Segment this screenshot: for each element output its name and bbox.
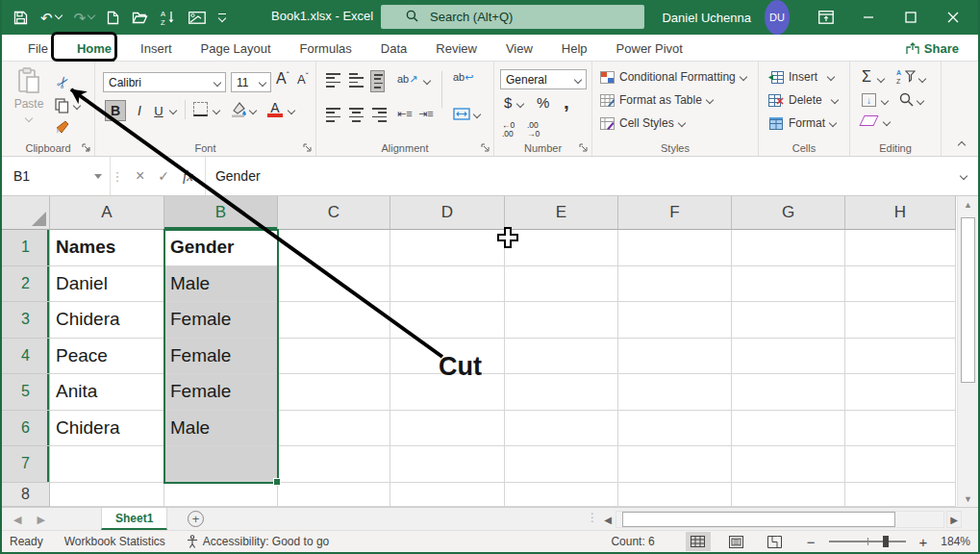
format-as-table-button[interactable]: Format as Table: [600, 93, 713, 107]
undo-dropdown-icon[interactable]: [54, 12, 62, 19]
align-right-icon[interactable]: [372, 108, 387, 122]
cell-e1[interactable]: [505, 230, 618, 266]
zoom-slider[interactable]: [829, 541, 906, 542]
sheet-tab-sheet1[interactable]: Sheet1: [101, 508, 167, 530]
percent-style-icon[interactable]: %: [537, 94, 549, 111]
cell-b8[interactable]: [164, 483, 278, 508]
previous-sheet-icon[interactable]: ◀: [13, 514, 21, 526]
increase-decimal-icon[interactable]: ←0.00: [502, 121, 515, 139]
email-icon[interactable]: [188, 12, 206, 24]
clipboard-dialog-launcher-icon[interactable]: [82, 143, 91, 153]
tab-review[interactable]: Review: [421, 35, 491, 62]
scroll-up-icon[interactable]: ▲: [958, 196, 978, 213]
horizontal-scrollbar[interactable]: [616, 511, 944, 528]
cut-icon[interactable]: ✂: [52, 72, 74, 93]
cell-b3[interactable]: Female: [164, 302, 278, 339]
tab-help[interactable]: Help: [547, 35, 602, 62]
cell-b1-active[interactable]: Gender: [164, 230, 278, 266]
find-select-dropdown-icon[interactable]: [917, 97, 924, 105]
horizontal-scroll-thumb[interactable]: [622, 512, 895, 527]
cell-a8[interactable]: [50, 483, 164, 508]
maximize-icon[interactable]: [890, 0, 932, 35]
cell-a6[interactable]: Chidera: [50, 411, 164, 447]
align-left-icon[interactable]: [326, 108, 340, 122]
new-file-icon[interactable]: [107, 11, 119, 25]
page-break-preview-button[interactable]: [763, 532, 788, 551]
font-name-select[interactable]: Calibri: [103, 72, 226, 92]
tab-bar-splitter[interactable]: ⋮: [587, 511, 598, 524]
top-align-icon[interactable]: [326, 73, 340, 88]
cell-c1[interactable]: [278, 230, 390, 266]
share-button[interactable]: Share: [898, 37, 967, 60]
font-color-icon[interactable]: A: [267, 100, 283, 117]
row-header-2[interactable]: 2: [2, 266, 50, 303]
zoom-out-button[interactable]: −: [807, 534, 816, 550]
row-header-5[interactable]: 5: [2, 374, 50, 411]
column-header-c[interactable]: C: [278, 196, 390, 230]
fill-color-icon[interactable]: [230, 101, 247, 120]
cell-g1[interactable]: [732, 230, 845, 266]
orientation-dropdown-icon[interactable]: [423, 77, 431, 85]
bold-button[interactable]: B: [105, 100, 126, 121]
italic-button[interactable]: I: [132, 102, 147, 119]
cell-d1[interactable]: [390, 230, 505, 266]
column-header-d[interactable]: D: [390, 196, 505, 230]
clear-dropdown-icon[interactable]: [883, 118, 891, 126]
column-header-g[interactable]: G: [732, 196, 845, 230]
cell-b2[interactable]: Male: [164, 266, 278, 303]
next-sheet-icon[interactable]: ▶: [37, 514, 44, 526]
borders-dropdown-icon[interactable]: [213, 107, 220, 114]
font-size-select[interactable]: 11: [231, 72, 271, 92]
cell-b7[interactable]: [164, 446, 278, 483]
minimize-icon[interactable]: [847, 0, 890, 35]
sort-filter-dropdown-icon[interactable]: [918, 75, 926, 83]
conditional-formatting-button[interactable]: Conditional Formatting: [600, 70, 746, 84]
sort-filter-icon[interactable]: AZ: [896, 68, 916, 87]
underline-button[interactable]: U: [151, 102, 166, 119]
middle-align-icon[interactable]: [349, 73, 364, 88]
cell-a2[interactable]: Daniel: [50, 266, 164, 303]
expand-formula-bar-icon[interactable]: [949, 157, 978, 195]
clear-icon[interactable]: [859, 115, 878, 126]
increase-font-size-button[interactable]: Aˆ: [276, 70, 289, 88]
row-header-7[interactable]: 7: [2, 446, 50, 483]
customize-qat-icon[interactable]: [218, 13, 226, 21]
tab-page-layout[interactable]: Page Layout: [187, 35, 286, 62]
open-file-icon[interactable]: [132, 11, 148, 24]
copy-icon[interactable]: [55, 98, 69, 116]
increase-indent-icon[interactable]: ⇥≡: [418, 108, 434, 120]
user-name[interactable]: Daniel Uchenna: [662, 0, 751, 35]
row-header-3[interactable]: 3: [2, 302, 50, 339]
format-cells-button[interactable]: Format: [768, 116, 836, 130]
comma-style-icon[interactable]: ,: [564, 90, 569, 113]
zoom-level[interactable]: 184%: [941, 535, 970, 548]
tab-view[interactable]: View: [491, 35, 547, 62]
cell-b5[interactable]: Female: [164, 374, 278, 411]
number-dialog-launcher-icon[interactable]: [579, 143, 589, 153]
fill-color-dropdown-icon[interactable]: [249, 107, 257, 114]
fill-handle[interactable]: [273, 478, 281, 486]
zoom-slider-handle[interactable]: [883, 536, 889, 547]
avatar[interactable]: DU: [765, 0, 790, 35]
copy-dropdown-icon[interactable]: [73, 102, 81, 110]
select-all-button[interactable]: [2, 196, 50, 230]
autosum-dropdown-icon[interactable]: [877, 75, 885, 83]
merge-center-icon[interactable]: [453, 108, 470, 123]
scroll-down-icon[interactable]: ▼: [958, 491, 978, 507]
cell-a4[interactable]: Peace: [50, 339, 164, 375]
formula-input[interactable]: Gender: [206, 157, 949, 195]
column-header-a[interactable]: A: [50, 196, 164, 230]
row-header-4[interactable]: 4: [2, 339, 50, 375]
scroll-right-icon[interactable]: ▶: [946, 511, 962, 528]
tab-insert[interactable]: Insert: [126, 35, 187, 62]
zoom-in-button[interactable]: +: [919, 534, 928, 550]
cell-a5[interactable]: Anita: [50, 374, 164, 411]
insert-function-icon[interactable]: fx: [183, 168, 193, 185]
currency-format-icon[interactable]: $: [504, 94, 512, 111]
column-header-e[interactable]: E: [505, 196, 618, 230]
cell-h1[interactable]: [845, 230, 956, 266]
wrap-text-icon[interactable]: ab↩: [453, 71, 473, 84]
cell-a7[interactable]: [50, 446, 164, 483]
workbook-statistics-button[interactable]: Workbook Statistics: [64, 535, 165, 548]
undo-button[interactable]: ↶: [40, 11, 62, 25]
